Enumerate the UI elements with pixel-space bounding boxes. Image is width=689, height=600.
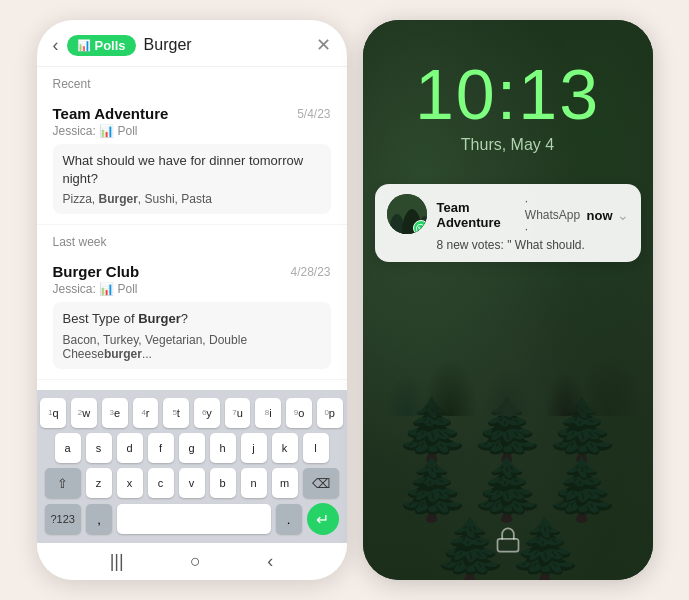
poll-preview: What should we have for dinner tomorrow …	[53, 144, 331, 214]
period-key[interactable]: .	[276, 504, 302, 534]
bold-word: Burger	[99, 192, 138, 206]
key-8[interactable]: 8i	[255, 398, 281, 428]
svg-rect-4	[497, 539, 518, 552]
shift-key[interactable]: ⇧	[45, 468, 81, 498]
key-d[interactable]: d	[117, 433, 143, 463]
chat-item-burger-club[interactable]: Burger Club 4/28/23 Jessica: 📊 Poll Best…	[37, 253, 347, 379]
notification-time: now	[587, 208, 613, 223]
key-9[interactable]: 9o	[286, 398, 312, 428]
zxcv-row: ⇧ z x c v b n m ⌫	[41, 468, 343, 498]
number-row: 1q 2w 3e 4r 5t 6y 7u 8i 9o 0p	[41, 398, 343, 428]
keyboard: 1q 2w 3e 4r 5t 6y 7u 8i 9o 0p a s d f g …	[37, 390, 347, 543]
chat-date: 4/28/23	[290, 265, 330, 279]
chat-sub: Jessica: 📊 Poll	[53, 124, 331, 138]
search-header: ‹ 📊 Polls Burger ✕	[37, 20, 347, 67]
right-phone: 10:13 Thurs, May 4	[363, 20, 653, 580]
notification-body: Team Adventure · WhatsApp · now ⌄ 8 new …	[437, 194, 629, 252]
chevron-down-icon[interactable]: ⌄	[617, 207, 629, 223]
poll-preview: Best Type of Burger? Bacon, Turkey, Vege…	[53, 302, 331, 368]
key-3[interactable]: 3e	[102, 398, 128, 428]
last-week-label: Last week	[37, 225, 347, 253]
notif-avatar	[387, 194, 427, 234]
close-button[interactable]: ✕	[316, 34, 331, 56]
key-6[interactable]: 6y	[194, 398, 220, 428]
key-2[interactable]: 2w	[71, 398, 97, 428]
tree-layer	[363, 272, 653, 416]
bottom-row: ?123 , . ↵	[41, 503, 343, 535]
back-button[interactable]: ‹	[53, 35, 59, 56]
key-z[interactable]: z	[86, 468, 112, 498]
notification-title-row: Team Adventure · WhatsApp · now	[437, 194, 613, 236]
key-n[interactable]: n	[241, 468, 267, 498]
notification-header: Team Adventure · WhatsApp · now ⌄	[437, 194, 629, 236]
key-4[interactable]: 4r	[133, 398, 159, 428]
lock-date: Thurs, May 4	[383, 136, 633, 154]
home-nav-icon[interactable]: ○	[190, 551, 201, 572]
left-phone: ‹ 📊 Polls Burger ✕ Recent Team Adventure…	[37, 20, 347, 580]
poll-options: Bacon, Turkey, Vegetarian, Double Cheese…	[63, 333, 321, 361]
key-c[interactable]: c	[148, 468, 174, 498]
search-query[interactable]: Burger	[144, 36, 308, 54]
chat-sub: Jessica: 📊 Poll	[53, 282, 331, 296]
enter-key[interactable]: ↵	[307, 503, 339, 535]
chat-date: 5/4/23	[297, 107, 330, 121]
asdf-row: a s d f g h j k l	[41, 433, 343, 463]
lockscreen-bottom	[363, 416, 653, 580]
space-key[interactable]	[117, 504, 271, 534]
backspace-key[interactable]: ⌫	[303, 468, 339, 498]
key-k[interactable]: k	[272, 433, 298, 463]
key-h[interactable]: h	[210, 433, 236, 463]
polls-icon: 📊	[77, 39, 91, 52]
recent-label: Recent	[37, 67, 347, 95]
notification-group: Team Adventure	[437, 200, 521, 230]
poll-question: What should we have for dinner tomorrow …	[63, 152, 321, 188]
comma-key[interactable]: ,	[86, 504, 112, 534]
key-1[interactable]: 1q	[40, 398, 66, 428]
lock-icon[interactable]	[494, 526, 522, 560]
chat-name: Team Adventure	[53, 105, 169, 122]
poll-question: Best Type of Burger?	[63, 310, 321, 328]
nav-bar: ||| ○ ‹	[37, 543, 347, 580]
key-v[interactable]: v	[179, 468, 205, 498]
tree-dark	[363, 272, 653, 416]
notification-message: 8 new votes: " What should.	[437, 238, 629, 252]
chat-item-team-adventure[interactable]: Team Adventure 5/4/23 Jessica: 📊 Poll Wh…	[37, 95, 347, 225]
key-g[interactable]: g	[179, 433, 205, 463]
key-0[interactable]: 0p	[317, 398, 343, 428]
polls-badge: 📊 Polls	[67, 35, 136, 56]
key-x[interactable]: x	[117, 468, 143, 498]
notification-app: · WhatsApp ·	[525, 194, 583, 236]
poll-options: Pizza, Burger, Sushi, Pasta	[63, 192, 321, 206]
key-m[interactable]: m	[272, 468, 298, 498]
key-b[interactable]: b	[210, 468, 236, 498]
key-f[interactable]: f	[148, 433, 174, 463]
key-l[interactable]: l	[303, 433, 329, 463]
key-5[interactable]: 5t	[163, 398, 189, 428]
recents-nav-icon[interactable]: |||	[110, 551, 124, 572]
lockscreen-top: 10:13 Thurs, May 4	[363, 20, 653, 174]
notification-card[interactable]: Team Adventure · WhatsApp · now ⌄ 8 new …	[375, 184, 641, 262]
lock-time: 10:13	[383, 60, 633, 130]
key-7[interactable]: 7u	[225, 398, 251, 428]
chat-name: Burger Club	[53, 263, 140, 280]
polls-label: Polls	[95, 38, 126, 53]
forest-mid	[363, 272, 653, 580]
chat-list: Recent Team Adventure 5/4/23 Jessica: 📊 …	[37, 67, 347, 390]
key-a[interactable]: a	[55, 433, 81, 463]
key-j[interactable]: j	[241, 433, 267, 463]
back-nav-icon[interactable]: ‹	[267, 551, 273, 572]
key-s[interactable]: s	[86, 433, 112, 463]
whatsapp-icon	[413, 220, 427, 234]
bold-burger: Burger	[53, 263, 102, 280]
numbers-key[interactable]: ?123	[45, 504, 81, 534]
